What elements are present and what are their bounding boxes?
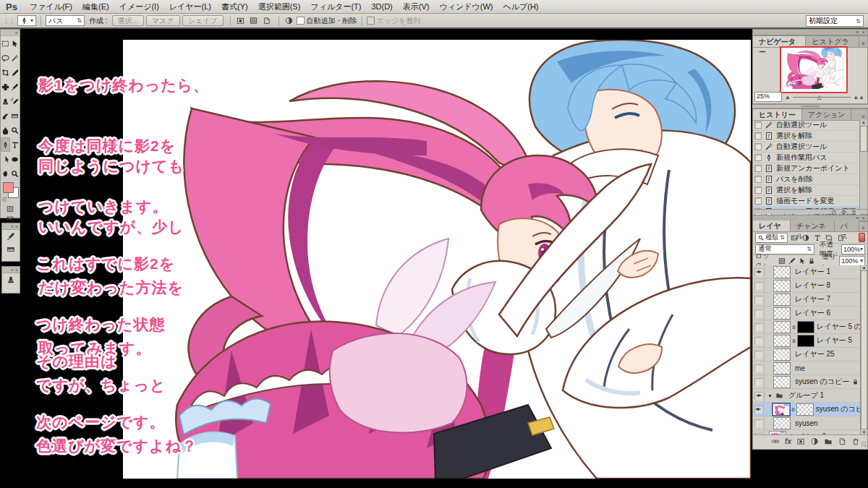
layer-row[interactable]: レイヤー 6 — [753, 307, 867, 320]
new-snapshot-icon[interactable] — [841, 210, 847, 215]
layer-row[interactable]: syusen — [753, 416, 867, 430]
lock-pixels-icon[interactable] — [788, 257, 796, 265]
tool-dodge[interactable] — [10, 123, 20, 137]
menu-type[interactable]: 書式(Y) — [216, 1, 253, 12]
close-icon[interactable]: × — [861, 215, 865, 221]
history-item[interactable]: 選択を解除 — [753, 185, 860, 196]
layer-name[interactable]: レイヤー 25 — [795, 349, 835, 359]
layer-name[interactable]: グループ 1 — [788, 390, 824, 401]
filter-adjustment-icon[interactable] — [801, 234, 811, 242]
opacity-input[interactable]: 100% ▾ — [841, 244, 865, 254]
mask-link-icon[interactable]: 8 — [791, 324, 796, 330]
layer-row[interactable]: 8 レイヤー 5 の... — [753, 320, 867, 334]
tab-paths[interactable]: パス — [835, 221, 860, 231]
layer-thumbnail[interactable] — [773, 362, 791, 374]
layer-row[interactable]: me — [753, 361, 867, 375]
tool-history-brush[interactable] — [10, 94, 20, 108]
visibility-toggle[interactable] — [754, 323, 762, 331]
tool-crop[interactable] — [1, 65, 10, 80]
history-source-checkbox[interactable] — [754, 187, 762, 194]
lock-transparency-icon[interactable] — [778, 257, 786, 265]
tab-histogram[interactable]: ヒストグラム — [806, 36, 859, 47]
path-arrangement-icon[interactable] — [261, 16, 272, 25]
panel-menu-icon[interactable]: ≡ — [859, 40, 867, 47]
layer-thumbnail[interactable] — [773, 403, 790, 416]
path-operations-icon[interactable] — [235, 16, 246, 25]
layer-name[interactable]: me — [795, 364, 805, 372]
tab-actions[interactable]: アクション — [802, 109, 851, 120]
tools-panel-header[interactable]: « — [1, 30, 20, 36]
foreground-color-swatch[interactable] — [3, 182, 14, 193]
layer-row[interactable]: レイヤー 25 — [753, 348, 867, 361]
layer-name[interactable]: syusen のコピー 3 — [795, 377, 851, 387]
history-source-checkbox[interactable] — [754, 154, 762, 161]
layer-row-selected[interactable]: 8 syusen のコピー — [753, 403, 867, 416]
path-alignment-icon[interactable] — [248, 16, 259, 25]
clone-source-icon[interactable] — [2, 273, 20, 286]
history-item[interactable]: 自動選択ツール — [753, 142, 860, 153]
layer-mask-thumbnail[interactable] — [797, 321, 814, 333]
make-mask-button[interactable]: マスク — [146, 15, 180, 26]
visibility-toggle[interactable] — [754, 378, 762, 386]
history-item[interactable]: 選択を解除 — [753, 131, 860, 142]
navigator-group-header[interactable]: « × — [752, 29, 868, 35]
tool-eyedropper[interactable] — [10, 65, 20, 80]
history-source-checkbox[interactable] — [754, 165, 762, 172]
menu-file[interactable]: ファイル(F) — [25, 1, 77, 12]
navigator-proxy-view[interactable] — [780, 46, 848, 93]
layer-name[interactable]: レイヤー 7 — [795, 294, 830, 304]
tool-mode-select[interactable]: パス ⇅ — [46, 15, 85, 26]
gear-icon[interactable] — [284, 16, 294, 25]
document-canvas[interactable] — [123, 40, 751, 479]
layer-thumbnail[interactable] — [773, 376, 791, 388]
menu-window[interactable]: ウィンドウ(W) — [434, 1, 498, 12]
new-document-from-state-icon[interactable] — [830, 210, 837, 215]
layer-row[interactable]: syusen のコピー 3 — [753, 375, 867, 389]
group-expanded-icon[interactable]: ▼ — [767, 393, 773, 398]
menu-help[interactable]: ヘルプ(H) — [498, 1, 543, 12]
history-source-checkbox[interactable] — [754, 176, 762, 183]
tool-brush[interactable] — [10, 80, 20, 94]
layer-row[interactable]: 8 レイヤー 5 — [753, 334, 867, 348]
filter-kind-select[interactable]: 種類 ⇅ — [755, 233, 788, 243]
history-item[interactable]: 新規アンカーポイント — [753, 163, 860, 174]
tool-path-selection[interactable] — [1, 152, 10, 166]
mini-panel-header[interactable]: « × — [2, 223, 20, 230]
visibility-toggle[interactable] — [754, 419, 762, 427]
visibility-toggle[interactable] — [754, 309, 762, 317]
menu-image[interactable]: イメージ(I) — [114, 1, 164, 12]
navigator-zoom-input[interactable]: 25% — [754, 92, 782, 102]
history-item[interactable]: 新規作業用パス — [753, 153, 860, 163]
history-source-checkbox[interactable] — [754, 143, 762, 150]
filter-toggle[interactable] — [859, 233, 865, 242]
new-layer-icon[interactable] — [838, 437, 846, 445]
mask-link-icon[interactable]: 8 — [791, 338, 796, 344]
tool-eraser[interactable] — [1, 108, 10, 123]
fill-input[interactable]: 100% ▾ — [839, 256, 865, 266]
layer-name[interactable]: レイヤー 6 — [795, 308, 830, 318]
close-icon[interactable]: × — [861, 29, 865, 35]
layer-row[interactable]: レイヤー 1 — [753, 265, 867, 279]
tool-lasso[interactable] — [1, 51, 10, 65]
visibility-toggle[interactable] — [754, 351, 762, 359]
lock-position-icon[interactable] — [798, 257, 806, 265]
panel-menu-icon[interactable]: ≡ — [859, 225, 867, 231]
layer-thumbnail[interactable] — [773, 307, 791, 320]
layer-thumbnail[interactable] — [773, 417, 791, 429]
scrollbar-thumb[interactable] — [860, 126, 867, 152]
layer-thumbnail[interactable] — [773, 280, 791, 292]
layer-thumbnail[interactable] — [773, 266, 791, 278]
adjustment-layer-icon[interactable] — [810, 437, 819, 445]
mini-panel-header[interactable]: « × — [2, 267, 20, 273]
layer-row[interactable]: レイヤー 7 — [753, 293, 867, 307]
zoom-slider-thumb[interactable]: △ — [817, 94, 822, 100]
tab-history[interactable]: ヒストリー — [753, 109, 802, 120]
visibility-toggle[interactable] — [754, 296, 762, 304]
layer-style-button[interactable]: fx — [785, 437, 791, 445]
visibility-toggle[interactable] — [754, 392, 762, 400]
visibility-toggle[interactable] — [754, 406, 762, 414]
layer-mask-thumbnail[interactable] — [796, 403, 814, 416]
history-item[interactable]: パスを削除 — [753, 174, 860, 185]
zoom-slider-track[interactable]: △ — [793, 97, 851, 98]
layer-thumbnail[interactable] — [773, 321, 791, 333]
